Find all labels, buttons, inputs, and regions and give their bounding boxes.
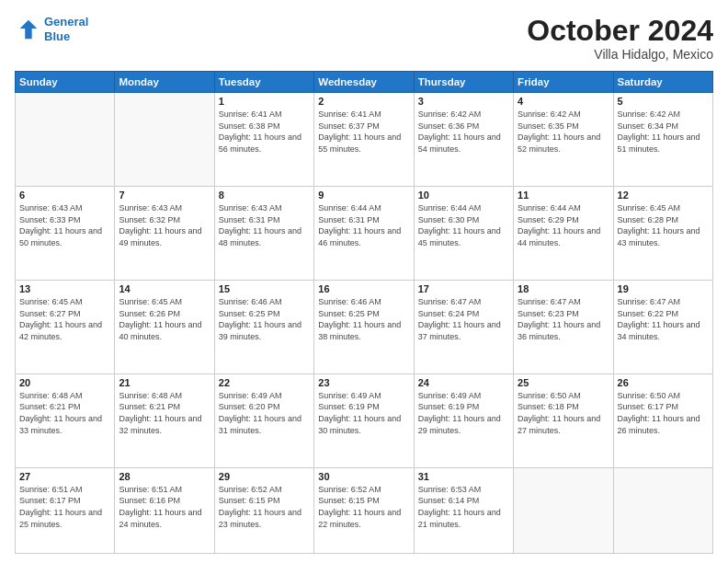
day-number: 14 xyxy=(119,283,210,294)
col-thursday: Thursday xyxy=(414,72,513,93)
calendar-cell: 4Sunrise: 6:42 AM Sunset: 6:35 PM Daylig… xyxy=(514,93,613,187)
day-number: 27 xyxy=(19,471,110,482)
day-info: Sunrise: 6:43 AM Sunset: 6:32 PM Dayligh… xyxy=(119,202,210,248)
calendar-week-3: 13Sunrise: 6:45 AM Sunset: 6:27 PM Dayli… xyxy=(16,280,713,373)
day-number: 21 xyxy=(119,377,210,388)
day-number: 19 xyxy=(618,283,709,294)
calendar-cell: 18Sunrise: 6:47 AM Sunset: 6:23 PM Dayli… xyxy=(514,280,613,373)
day-number: 22 xyxy=(219,377,310,388)
calendar-cell xyxy=(514,467,613,553)
day-info: Sunrise: 6:42 AM Sunset: 6:35 PM Dayligh… xyxy=(518,109,609,155)
calendar-week-2: 6Sunrise: 6:43 AM Sunset: 6:33 PM Daylig… xyxy=(16,187,713,281)
calendar-cell xyxy=(613,467,712,553)
col-saturday: Saturday xyxy=(613,72,712,93)
day-info: Sunrise: 6:49 AM Sunset: 6:20 PM Dayligh… xyxy=(219,390,310,436)
calendar-cell: 29Sunrise: 6:52 AM Sunset: 6:15 PM Dayli… xyxy=(214,467,313,553)
calendar-cell: 9Sunrise: 6:44 AM Sunset: 6:31 PM Daylig… xyxy=(314,187,414,281)
day-info: Sunrise: 6:47 AM Sunset: 6:24 PM Dayligh… xyxy=(418,296,509,342)
day-info: Sunrise: 6:41 AM Sunset: 6:37 PM Dayligh… xyxy=(318,109,409,155)
day-number: 28 xyxy=(119,471,210,482)
calendar-cell: 26Sunrise: 6:50 AM Sunset: 6:17 PM Dayli… xyxy=(613,373,712,467)
calendar-cell: 21Sunrise: 6:48 AM Sunset: 6:21 PM Dayli… xyxy=(115,373,214,467)
calendar-cell: 10Sunrise: 6:44 AM Sunset: 6:30 PM Dayli… xyxy=(414,187,513,281)
calendar-cell: 15Sunrise: 6:46 AM Sunset: 6:25 PM Dayli… xyxy=(214,280,313,373)
calendar-cell: 25Sunrise: 6:50 AM Sunset: 6:18 PM Dayli… xyxy=(514,373,613,467)
calendar-cell: 17Sunrise: 6:47 AM Sunset: 6:24 PM Dayli… xyxy=(414,280,513,373)
day-number: 3 xyxy=(418,96,509,107)
day-number: 17 xyxy=(418,283,509,294)
calendar-cell: 23Sunrise: 6:49 AM Sunset: 6:19 PM Dayli… xyxy=(314,373,414,467)
title-block: October 2024 Villa Hidalgo, Mexico xyxy=(527,15,713,62)
day-number: 5 xyxy=(618,96,709,107)
col-tuesday: Tuesday xyxy=(214,72,313,93)
calendar-cell: 20Sunrise: 6:48 AM Sunset: 6:21 PM Dayli… xyxy=(16,373,115,467)
day-info: Sunrise: 6:52 AM Sunset: 6:15 PM Dayligh… xyxy=(219,484,310,530)
day-info: Sunrise: 6:50 AM Sunset: 6:17 PM Dayligh… xyxy=(618,390,709,436)
calendar-cell xyxy=(115,93,214,187)
calendar-cell: 22Sunrise: 6:49 AM Sunset: 6:20 PM Dayli… xyxy=(214,373,313,467)
calendar-cell: 19Sunrise: 6:47 AM Sunset: 6:22 PM Dayli… xyxy=(613,280,712,373)
day-info: Sunrise: 6:50 AM Sunset: 6:18 PM Dayligh… xyxy=(518,390,609,436)
day-info: Sunrise: 6:42 AM Sunset: 6:34 PM Dayligh… xyxy=(618,109,709,155)
calendar-cell: 13Sunrise: 6:45 AM Sunset: 6:27 PM Dayli… xyxy=(16,280,115,373)
logo-text: General Blue xyxy=(44,15,88,43)
day-number: 2 xyxy=(318,96,409,107)
calendar-cell: 24Sunrise: 6:49 AM Sunset: 6:19 PM Dayli… xyxy=(414,373,513,467)
day-number: 10 xyxy=(418,190,509,201)
calendar-week-4: 20Sunrise: 6:48 AM Sunset: 6:21 PM Dayli… xyxy=(16,373,713,467)
day-info: Sunrise: 6:48 AM Sunset: 6:21 PM Dayligh… xyxy=(19,390,110,436)
svg-marker-0 xyxy=(20,19,38,39)
day-info: Sunrise: 6:44 AM Sunset: 6:30 PM Dayligh… xyxy=(418,202,509,248)
day-info: Sunrise: 6:47 AM Sunset: 6:22 PM Dayligh… xyxy=(618,296,709,342)
calendar-cell: 27Sunrise: 6:51 AM Sunset: 6:17 PM Dayli… xyxy=(16,467,115,553)
calendar-cell: 2Sunrise: 6:41 AM Sunset: 6:37 PM Daylig… xyxy=(314,93,414,187)
day-info: Sunrise: 6:46 AM Sunset: 6:25 PM Dayligh… xyxy=(318,296,409,342)
calendar-cell: 8Sunrise: 6:43 AM Sunset: 6:31 PM Daylig… xyxy=(214,187,313,281)
col-wednesday: Wednesday xyxy=(314,72,414,93)
logo-icon xyxy=(15,17,40,42)
day-info: Sunrise: 6:52 AM Sunset: 6:15 PM Dayligh… xyxy=(318,484,409,530)
day-number: 18 xyxy=(518,283,609,294)
calendar-cell: 5Sunrise: 6:42 AM Sunset: 6:34 PM Daylig… xyxy=(613,93,712,187)
location: Villa Hidalgo, Mexico xyxy=(527,47,713,62)
day-number: 7 xyxy=(119,190,210,201)
page: General Blue October 2024 Villa Hidalgo,… xyxy=(0,0,728,563)
day-number: 6 xyxy=(19,190,110,201)
calendar-cell: 12Sunrise: 6:45 AM Sunset: 6:28 PM Dayli… xyxy=(613,187,712,281)
day-number: 4 xyxy=(518,96,609,107)
month-title: October 2024 xyxy=(527,15,713,47)
calendar-cell: 28Sunrise: 6:51 AM Sunset: 6:16 PM Dayli… xyxy=(115,467,214,553)
calendar-cell: 7Sunrise: 6:43 AM Sunset: 6:32 PM Daylig… xyxy=(115,187,214,281)
calendar-cell: 6Sunrise: 6:43 AM Sunset: 6:33 PM Daylig… xyxy=(16,187,115,281)
calendar-week-5: 27Sunrise: 6:51 AM Sunset: 6:17 PM Dayli… xyxy=(16,467,713,553)
day-number: 24 xyxy=(418,377,509,388)
calendar-header-row: Sunday Monday Tuesday Wednesday Thursday… xyxy=(16,72,713,93)
day-info: Sunrise: 6:46 AM Sunset: 6:25 PM Dayligh… xyxy=(219,296,310,342)
day-info: Sunrise: 6:43 AM Sunset: 6:33 PM Dayligh… xyxy=(19,202,110,248)
day-info: Sunrise: 6:49 AM Sunset: 6:19 PM Dayligh… xyxy=(418,390,509,436)
col-monday: Monday xyxy=(115,72,214,93)
day-number: 8 xyxy=(219,190,310,201)
day-info: Sunrise: 6:51 AM Sunset: 6:17 PM Dayligh… xyxy=(19,484,110,530)
day-number: 9 xyxy=(318,190,409,201)
calendar-cell: 16Sunrise: 6:46 AM Sunset: 6:25 PM Dayli… xyxy=(314,280,414,373)
day-number: 13 xyxy=(19,283,110,294)
logo: General Blue xyxy=(15,15,88,43)
day-number: 1 xyxy=(219,96,310,107)
day-number: 15 xyxy=(219,283,310,294)
day-info: Sunrise: 6:53 AM Sunset: 6:14 PM Dayligh… xyxy=(418,484,509,530)
calendar-cell: 31Sunrise: 6:53 AM Sunset: 6:14 PM Dayli… xyxy=(414,467,513,553)
header: General Blue October 2024 Villa Hidalgo,… xyxy=(15,15,713,62)
day-info: Sunrise: 6:41 AM Sunset: 6:38 PM Dayligh… xyxy=(219,109,310,155)
day-number: 16 xyxy=(318,283,409,294)
day-info: Sunrise: 6:45 AM Sunset: 6:27 PM Dayligh… xyxy=(19,296,110,342)
day-number: 23 xyxy=(318,377,409,388)
col-friday: Friday xyxy=(514,72,613,93)
day-number: 11 xyxy=(518,190,609,201)
calendar-table: Sunday Monday Tuesday Wednesday Thursday… xyxy=(15,71,713,554)
day-info: Sunrise: 6:42 AM Sunset: 6:36 PM Dayligh… xyxy=(418,109,509,155)
day-info: Sunrise: 6:43 AM Sunset: 6:31 PM Dayligh… xyxy=(219,202,310,248)
calendar-cell: 30Sunrise: 6:52 AM Sunset: 6:15 PM Dayli… xyxy=(314,467,414,553)
day-number: 31 xyxy=(418,471,509,482)
day-number: 25 xyxy=(518,377,609,388)
